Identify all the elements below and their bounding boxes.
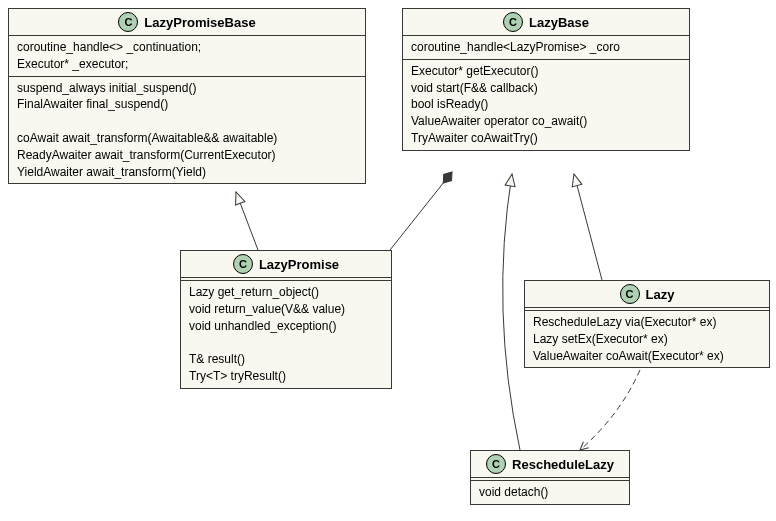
class-reschedule-lazy: CRescheduleLazy void detach() bbox=[470, 450, 630, 505]
dependency-arrow bbox=[580, 370, 640, 450]
class-title: CLazyPromiseBase bbox=[9, 9, 365, 36]
class-methods: Executor* getExecutor() void start(F&& c… bbox=[403, 60, 689, 150]
class-name: Lazy bbox=[646, 287, 675, 302]
class-name: LazyBase bbox=[529, 15, 589, 30]
class-methods: suspend_always initial_suspend() FinalAw… bbox=[9, 77, 365, 184]
class-name: LazyPromiseBase bbox=[144, 15, 255, 30]
class-title: CLazyBase bbox=[403, 9, 689, 36]
inheritance-arrow bbox=[503, 174, 520, 450]
class-methods: Lazy get_return_object() void return_val… bbox=[181, 281, 391, 388]
class-badge-icon: C bbox=[233, 254, 253, 274]
class-methods: RescheduleLazy via(Executor* ex) Lazy se… bbox=[525, 311, 769, 367]
class-lazy-base: CLazyBase coroutine_handle<LazyPromise> … bbox=[402, 8, 690, 151]
class-title: CLazyPromise bbox=[181, 251, 391, 278]
class-badge-icon: C bbox=[503, 12, 523, 32]
class-fields: coroutine_handle<LazyPromise> _coro bbox=[403, 36, 689, 60]
composition-arrow bbox=[390, 172, 452, 250]
class-lazy-promise: CLazyPromise Lazy get_return_object() vo… bbox=[180, 250, 392, 389]
class-badge-icon: C bbox=[118, 12, 138, 32]
inheritance-arrow bbox=[236, 192, 258, 250]
class-name: LazyPromise bbox=[259, 257, 339, 272]
class-methods: void detach() bbox=[471, 481, 629, 504]
inheritance-arrow bbox=[574, 174, 602, 280]
class-title: CRescheduleLazy bbox=[471, 451, 629, 478]
class-badge-icon: C bbox=[486, 454, 506, 474]
class-lazy: CLazy RescheduleLazy via(Executor* ex) L… bbox=[524, 280, 770, 368]
class-lazy-promise-base: CLazyPromiseBase coroutine_handle<> _con… bbox=[8, 8, 366, 184]
class-badge-icon: C bbox=[620, 284, 640, 304]
class-title: CLazy bbox=[525, 281, 769, 308]
class-fields: coroutine_handle<> _continuation; Execut… bbox=[9, 36, 365, 77]
class-name: RescheduleLazy bbox=[512, 457, 614, 472]
